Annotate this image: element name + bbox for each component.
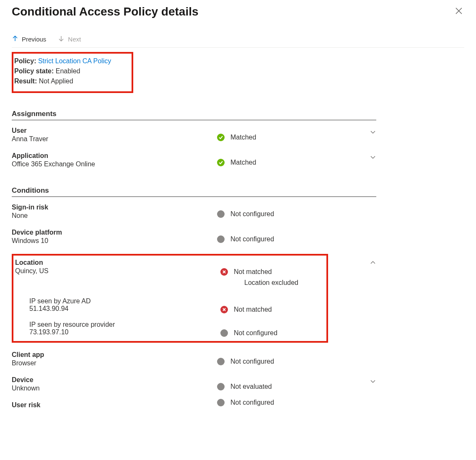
policy-state-label: Policy state: xyxy=(14,67,54,75)
cross-icon xyxy=(220,306,228,313)
previous-button[interactable]: Previous xyxy=(12,35,46,43)
client-app-value: Browser xyxy=(12,359,376,367)
client-app-status: Not configured xyxy=(230,358,274,365)
application-value: Office 365 Exchange Online xyxy=(12,160,376,168)
application-label: Application xyxy=(12,152,376,160)
location-status: Not matched xyxy=(234,268,272,276)
location-label: Location xyxy=(15,259,324,266)
user-status: Matched xyxy=(230,134,256,141)
location-box: Location Quincy, US Not matched Location… xyxy=(12,254,328,343)
device-platform-value: Windows 10 xyxy=(12,237,376,245)
chevron-down-icon[interactable] xyxy=(370,154,376,162)
application-status: Matched xyxy=(230,159,256,166)
location-note: Location excluded xyxy=(244,279,298,287)
signin-risk-label: Sign-in risk xyxy=(12,204,376,211)
conditions-header: Conditions xyxy=(12,186,376,197)
signin-risk-value: None xyxy=(12,212,376,220)
cross-icon xyxy=(220,268,228,276)
gray-dot-icon xyxy=(217,399,225,406)
location-value: Quincy, US xyxy=(15,267,324,275)
previous-label: Previous xyxy=(22,36,46,43)
policy-result-label: Result: xyxy=(14,78,37,85)
check-icon xyxy=(217,134,225,141)
page-title: Conditional Access Policy details xyxy=(12,5,199,18)
assignments-header: Assignments xyxy=(12,110,376,120)
chevron-up-icon[interactable] xyxy=(370,259,376,267)
gray-dot-icon xyxy=(217,235,225,243)
gray-dot-icon xyxy=(217,383,225,390)
ip-azure-status: Not matched xyxy=(234,306,272,313)
user-risk-label: User risk xyxy=(12,401,376,409)
gray-dot-icon xyxy=(220,329,228,337)
policy-summary-box: Policy: Strict Location CA Policy Policy… xyxy=(12,52,133,93)
check-icon xyxy=(217,159,225,166)
ip-azure-label: IP seen by Azure AD xyxy=(29,297,324,305)
device-platform-status: Not configured xyxy=(230,235,274,243)
close-icon[interactable] xyxy=(453,5,464,18)
chevron-down-icon[interactable] xyxy=(370,129,376,137)
arrow-down-icon xyxy=(58,35,65,43)
signin-risk-status: Not configured xyxy=(230,210,274,218)
user-risk-status: Not configured xyxy=(230,399,274,406)
policy-result-value: Not Applied xyxy=(39,78,73,85)
client-app-label: Client app xyxy=(12,351,376,359)
device-value: Unknown xyxy=(12,385,376,392)
device-label: Device xyxy=(12,376,376,384)
policy-state-value: Enabled xyxy=(56,67,80,75)
device-status: Not evaluated xyxy=(230,383,272,390)
next-button: Next xyxy=(58,35,81,43)
device-platform-label: Device platform xyxy=(12,229,376,236)
gray-dot-icon xyxy=(217,358,225,365)
arrow-up-icon xyxy=(12,35,18,43)
user-value: Anna Traver xyxy=(12,135,376,143)
chevron-down-icon[interactable] xyxy=(370,378,376,386)
ip-resource-status: Not configured xyxy=(234,329,277,337)
ip-resource-value: 73.193.97.10 xyxy=(29,328,324,336)
ip-azure-value: 51.143.90.94 xyxy=(29,305,324,313)
policy-label: Policy: xyxy=(14,57,36,65)
ip-resource-label: IP seen by resource provider xyxy=(29,321,324,328)
gray-dot-icon xyxy=(217,210,225,218)
next-label: Next xyxy=(68,36,81,43)
user-label: User xyxy=(12,127,376,134)
policy-link[interactable]: Strict Location CA Policy xyxy=(38,57,111,65)
